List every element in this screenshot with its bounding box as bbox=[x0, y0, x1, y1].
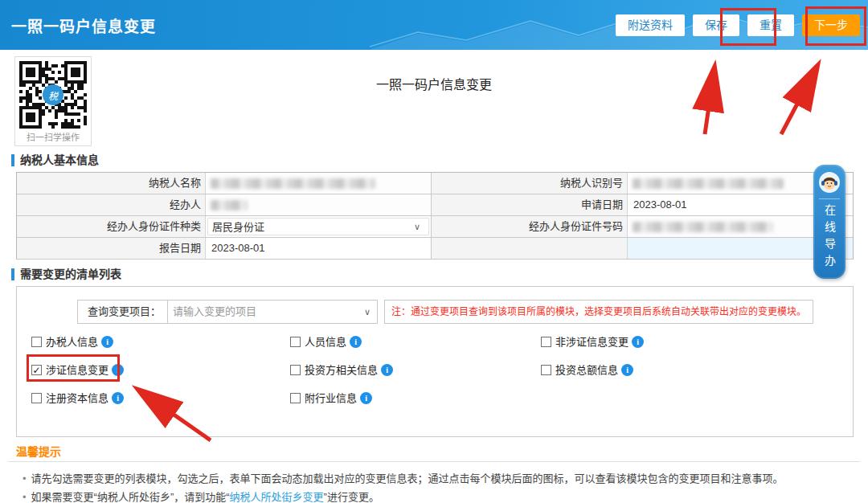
chevron-down-icon: ∨ bbox=[364, 301, 371, 323]
redacted-value bbox=[211, 200, 248, 211]
tip-bullet-2: •如果需要变更“纳税人所处街乡”，请到功能“纳税人所处街乡变更”进行变更。 bbox=[23, 489, 379, 503]
attach-materials-button[interactable]: 附送资料 bbox=[616, 14, 685, 36]
table-row: 经办人 申请日期 2023-08-01 bbox=[17, 194, 853, 216]
checkbox-label: 人员信息 bbox=[305, 335, 346, 350]
table-row: 纳税人名称 纳税人识别号 bbox=[17, 173, 853, 194]
checkbox-personnel-info[interactable]: 人员信息 i bbox=[290, 335, 541, 351]
handler-cert-type-select[interactable]: 居民身份证 ∨ bbox=[207, 218, 429, 235]
save-button[interactable]: 保存 bbox=[693, 14, 739, 36]
info-icon[interactable]: i bbox=[632, 336, 644, 348]
handler-cert-type-selected: 居民身份证 bbox=[212, 221, 264, 233]
field-handler-cert-type-value: 居民身份证 ∨ bbox=[206, 216, 431, 237]
tips-title: 温馨提示 bbox=[16, 443, 61, 459]
checkbox-label: 投资总额信息 bbox=[555, 363, 618, 378]
checkbox-box[interactable] bbox=[31, 337, 42, 347]
field-handler-cert-type-label: 经办人身份证件种类 bbox=[17, 216, 206, 237]
checkbox-license-info-change[interactable]: ✓ 涉证信息变更 i bbox=[31, 363, 290, 379]
section-title-change-list: 需要变更的清单列表 bbox=[11, 268, 121, 280]
bullet-icon: • bbox=[23, 472, 27, 485]
query-note-text: 注：通过变更项目查询到该项目所属的模块，选择变更项目后系统自动关联带出对应的变更… bbox=[384, 300, 813, 324]
divider bbox=[819, 198, 840, 199]
bullet-icon: • bbox=[23, 491, 27, 503]
table-row: 经办人身份证件种类 居民身份证 ∨ 经办人身份证件号码 bbox=[17, 216, 853, 238]
qr-caption: 扫一扫学操作 bbox=[19, 130, 87, 143]
checkbox-box[interactable] bbox=[290, 337, 301, 347]
header-button-group: 附送资料 保存 重置 下一步 bbox=[616, 14, 860, 36]
redacted-value bbox=[633, 222, 773, 232]
info-icon[interactable]: i bbox=[112, 364, 124, 376]
checkbox-box[interactable] bbox=[31, 393, 42, 403]
tip-1-text: 请先勾选需要变更的列表模块，勾选之后，表单下面会动态加载出对应的变更信息表；通过… bbox=[31, 472, 784, 485]
redacted-value bbox=[633, 178, 784, 189]
checkbox-label: 办税人信息 bbox=[46, 335, 98, 350]
info-icon[interactable]: i bbox=[101, 336, 113, 348]
field-taxpayer-id-label: 纳税人识别号 bbox=[431, 173, 628, 194]
field-report-date-label: 报告日期 bbox=[17, 238, 206, 259]
query-change-item-label: 查询变更项目： bbox=[77, 300, 167, 324]
qr-card: 税 扫一扫学操作 bbox=[14, 56, 92, 146]
divider bbox=[8, 461, 860, 462]
street-change-link[interactable]: 纳税人所处街乡变更 bbox=[230, 491, 324, 503]
checkbox-non-license-info-change[interactable]: 非涉证信息变更 i bbox=[541, 335, 806, 351]
field-handler-cert-no-label: 经办人身份证件号码 bbox=[431, 216, 628, 237]
query-row: 查询变更项目： 请输入变更的项目 ∨ 注：通过变更项目查询到该项目所属的模块，选… bbox=[77, 300, 813, 324]
redacted-value bbox=[211, 178, 375, 189]
checkbox-box[interactable] bbox=[541, 365, 551, 375]
checkbox-investor-info[interactable]: 投资方相关信息 i bbox=[290, 363, 541, 379]
next-step-button[interactable]: 下一步 bbox=[802, 14, 860, 36]
table-row: 报告日期 2023-08-01 bbox=[17, 238, 853, 260]
basic-info-table: 纳税人名称 纳税人识别号 经办人 申请日期 2023-08-01 经办人身份证件… bbox=[16, 172, 854, 260]
report-date-input[interactable]: 2023-08-01 bbox=[207, 239, 429, 257]
field-handler-label: 经办人 bbox=[17, 194, 206, 215]
query-change-item-select[interactable]: 请输入变更的项目 ∨ bbox=[167, 300, 378, 324]
online-guide-label: 在线导办 bbox=[823, 204, 836, 272]
field-apply-date-label: 申请日期 bbox=[431, 194, 628, 215]
empty-label-cell bbox=[431, 238, 628, 259]
reset-button[interactable]: 重置 bbox=[747, 14, 794, 36]
chevron-down-icon: ∨ bbox=[414, 219, 420, 235]
checkbox-label: 涉证信息变更 bbox=[46, 363, 108, 378]
checkbox-box[interactable] bbox=[290, 365, 301, 375]
checkbox-box[interactable] bbox=[541, 337, 551, 347]
form-title: 一照一码户信息变更 bbox=[0, 74, 868, 93]
info-icon[interactable]: i bbox=[360, 392, 372, 404]
checkbox-grid: 办税人信息 i 人员信息 i 非涉证信息变更 i ✓ 涉证信息变更 i 投资方相… bbox=[31, 335, 806, 419]
checkbox-label: 附行业信息 bbox=[305, 391, 357, 406]
field-handler-value bbox=[206, 194, 431, 215]
checkbox-label: 注册资本信息 bbox=[46, 391, 108, 406]
checkbox-box[interactable] bbox=[290, 393, 301, 403]
checkbox-industry-info[interactable]: 附行业信息 i bbox=[290, 391, 541, 407]
checkbox-label: 非涉证信息变更 bbox=[555, 335, 628, 350]
checkbox-box-checked[interactable]: ✓ bbox=[31, 365, 42, 375]
tip-bullet-1: •请先勾选需要变更的列表模块，勾选之后，表单下面会动态加载出对应的变更信息表；通… bbox=[23, 470, 784, 485]
page-header-title: 一照一码户信息变更 bbox=[11, 14, 156, 36]
section-title-basic-info: 纳税人基本信息 bbox=[11, 154, 99, 166]
header-bar: 一照一码户信息变更 附送资料 保存 重置 下一步 bbox=[0, 0, 868, 50]
tip-2-prefix: 如果需要变更“纳税人所处街乡”，请到功能“ bbox=[31, 491, 230, 503]
checkbox-registered-capital-info[interactable]: 注册资本信息 i bbox=[31, 391, 290, 407]
tip-2-suffix: ”进行变更。 bbox=[324, 491, 379, 503]
info-icon[interactable]: i bbox=[112, 392, 124, 404]
page: 一照一码户信息变更 附送资料 保存 重置 下一步 税 扫一扫学操作 一照一码户信… bbox=[0, 0, 868, 503]
checkbox-total-investment-info[interactable]: 投资总额信息 i bbox=[541, 363, 806, 379]
change-list-panel: 查询变更项目： 请输入变更的项目 ∨ 注：通过变更项目查询到该项目所属的模块，选… bbox=[16, 286, 854, 437]
info-icon[interactable]: i bbox=[381, 364, 393, 376]
checkbox-label: 投资方相关信息 bbox=[305, 363, 378, 378]
qr-code-image: 税 bbox=[19, 61, 87, 129]
info-icon[interactable]: i bbox=[350, 336, 362, 348]
online-guide-widget[interactable]: 在线导办 bbox=[813, 165, 845, 279]
field-taxpayer-name-value bbox=[206, 173, 431, 194]
query-select-placeholder: 请输入变更的项目 bbox=[173, 305, 256, 317]
field-taxpayer-name-label: 纳税人名称 bbox=[17, 173, 206, 194]
info-icon[interactable]: i bbox=[621, 364, 633, 376]
checkbox-tax-handler-info[interactable]: 办税人信息 i bbox=[31, 335, 290, 351]
customer-service-avatar-icon bbox=[818, 171, 841, 194]
field-report-date-value: 2023-08-01 bbox=[206, 238, 431, 259]
